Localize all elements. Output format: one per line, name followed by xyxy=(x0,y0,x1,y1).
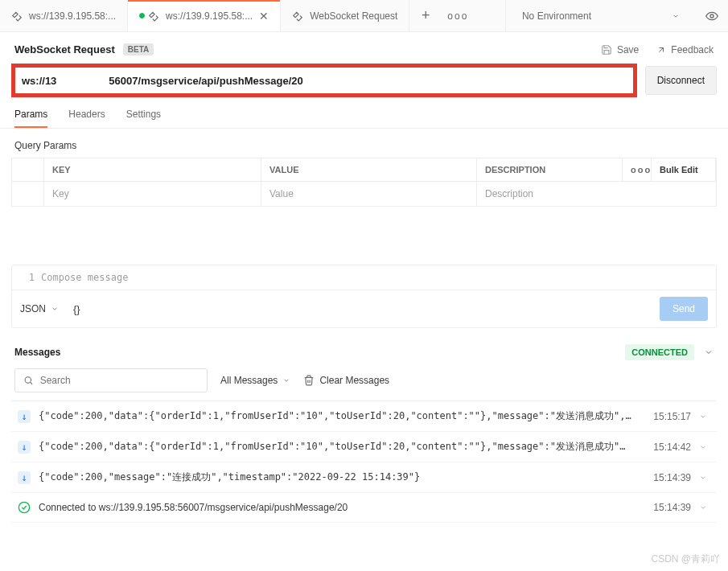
search-input[interactable] xyxy=(40,375,199,386)
message-text: {"code":200,"data":{"orderId":1,"fromUse… xyxy=(39,409,645,423)
chevron-down-icon[interactable] xyxy=(699,413,710,421)
svg-point-3 xyxy=(19,502,29,512)
websocket-icon xyxy=(148,10,159,22)
tab-params[interactable]: Params xyxy=(14,109,47,128)
websocket-icon xyxy=(11,10,23,22)
svg-point-1 xyxy=(25,377,31,383)
beautify-button[interactable]: {} xyxy=(73,303,80,315)
message-time: 15:14:39 xyxy=(653,472,691,483)
col-description: DESCRIPTION xyxy=(477,158,623,182)
request-header: WebSocket Request BETA Save Feedback xyxy=(0,32,728,64)
close-icon[interactable]: ✕ xyxy=(259,10,269,23)
request-title: WebSocket Request xyxy=(14,43,115,55)
col-select xyxy=(12,158,44,182)
disconnect-button[interactable]: Disconnect xyxy=(645,66,717,95)
environment-selector[interactable]: No Environment xyxy=(506,0,696,31)
format-selector[interactable]: JSON xyxy=(20,303,59,314)
col-value: VALUE xyxy=(261,158,477,182)
svg-point-0 xyxy=(710,14,714,18)
chevron-down-icon[interactable] xyxy=(699,443,710,451)
message-text: {"code":200,"message":"连接成功","timestamp"… xyxy=(39,470,645,484)
chevron-down-icon[interactable] xyxy=(699,503,710,511)
message-time: 15:15:17 xyxy=(653,411,691,422)
messages-header: Messages CONNECTED xyxy=(0,328,728,368)
message-filter[interactable]: All Messages xyxy=(220,375,290,386)
search-icon xyxy=(23,375,34,386)
message-time: 15:14:42 xyxy=(653,442,691,453)
tab-label: ws://139.9.195.58:... xyxy=(29,10,116,22)
arrow-icon xyxy=(656,45,666,55)
url-input[interactable] xyxy=(22,75,627,87)
value-input[interactable]: Value xyxy=(261,182,477,206)
chevron-down-icon xyxy=(51,305,59,313)
message-composer: 1 Compose message JSON {} Send xyxy=(11,265,717,328)
message-text: {"code":200,"data":{"orderId":1,"fromUse… xyxy=(39,440,645,454)
messages-toolbar: All Messages Clear Messages xyxy=(0,368,728,401)
message-time: 15:14:39 xyxy=(653,502,691,513)
message-row[interactable]: ↓ {"code":200,"data":{"orderId":1,"fromU… xyxy=(11,432,717,462)
format-label: JSON xyxy=(20,303,46,314)
check-circle-icon xyxy=(18,501,31,514)
save-button[interactable]: Save xyxy=(601,44,639,55)
environment-selector-area: No Environment xyxy=(505,0,728,31)
col-options-button[interactable]: ooo xyxy=(623,158,652,182)
feedback-label: Feedback xyxy=(671,44,714,55)
chevron-down-icon[interactable] xyxy=(699,474,710,482)
send-button[interactable]: Send xyxy=(660,297,708,321)
tab-ws-request[interactable]: WebSocket Request xyxy=(281,0,409,31)
tab-settings[interactable]: Settings xyxy=(126,109,161,128)
tab-label: ws://139.9.195.58:... xyxy=(166,10,253,22)
new-tab-button[interactable]: + xyxy=(409,0,442,31)
beta-badge: BETA xyxy=(123,43,154,55)
tab-bar: ws://139.9.195.58:... ws://139.9.195.58:… xyxy=(0,0,728,32)
search-messages[interactable] xyxy=(14,368,208,392)
request-subtabs: Params Headers Settings xyxy=(0,97,728,129)
tab-ws-1[interactable]: ws://139.9.195.58:... xyxy=(0,0,128,31)
feedback-button[interactable]: Feedback xyxy=(656,44,714,55)
tab-ws-2[interactable]: ws://139.9.195.58:... ✕ xyxy=(128,0,281,31)
tab-headers[interactable]: Headers xyxy=(68,109,105,128)
message-text: Connected to ws://139.9.195.58:56007/msg… xyxy=(39,502,645,513)
chevron-down-icon xyxy=(282,376,290,384)
url-row: Disconnect xyxy=(0,64,728,97)
key-input[interactable]: Key xyxy=(44,182,261,206)
table-header: KEY VALUE DESCRIPTION ooo Bulk Edit xyxy=(12,158,716,182)
bulk-edit-button[interactable]: Bulk Edit xyxy=(652,158,716,182)
environment-label: No Environment xyxy=(522,10,591,22)
tab-label: WebSocket Request xyxy=(310,10,397,22)
description-input[interactable]: Description xyxy=(477,182,623,206)
row-checkbox[interactable] xyxy=(12,182,44,206)
chevron-down-icon xyxy=(672,12,680,20)
message-row[interactable]: ↓ {"code":200,"message":"连接成功","timestam… xyxy=(11,462,717,493)
url-input-wrap xyxy=(11,64,637,97)
collapse-messages-button[interactable] xyxy=(704,347,714,357)
status-dot-icon xyxy=(139,13,145,18)
save-label: Save xyxy=(617,44,639,55)
message-row[interactable]: Connected to ws://139.9.195.58:56007/msg… xyxy=(11,493,717,523)
line-number: 1 xyxy=(12,265,41,290)
messages-title: Messages xyxy=(14,347,60,358)
clear-messages-button[interactable]: Clear Messages xyxy=(303,375,389,386)
compose-input[interactable]: Compose message xyxy=(41,265,716,290)
col-key: KEY xyxy=(44,158,261,182)
download-arrow-icon: ↓ xyxy=(18,471,31,484)
message-list: ↓ {"code":200,"data":{"orderId":1,"fromU… xyxy=(11,401,717,523)
save-icon xyxy=(601,44,612,55)
filter-label: All Messages xyxy=(220,375,278,386)
table-row[interactable]: Key Value Description xyxy=(12,182,716,206)
message-row[interactable]: ↓ {"code":200,"data":{"orderId":1,"fromU… xyxy=(11,401,717,432)
websocket-icon xyxy=(292,10,303,22)
connection-status-badge: CONNECTED xyxy=(625,344,694,360)
clear-label: Clear Messages xyxy=(319,375,389,386)
query-params-label: Query Params xyxy=(0,129,728,158)
environment-quicklook-button[interactable] xyxy=(696,10,728,23)
watermark: CSDN @青莉吖 xyxy=(651,553,720,566)
download-arrow-icon: ↓ xyxy=(18,441,31,454)
tab-overflow-button[interactable]: ooo xyxy=(442,0,474,31)
download-arrow-icon: ↓ xyxy=(18,410,31,423)
trash-icon xyxy=(303,375,315,386)
query-params-table: KEY VALUE DESCRIPTION ooo Bulk Edit Key … xyxy=(11,158,717,207)
svg-line-2 xyxy=(31,382,32,384)
